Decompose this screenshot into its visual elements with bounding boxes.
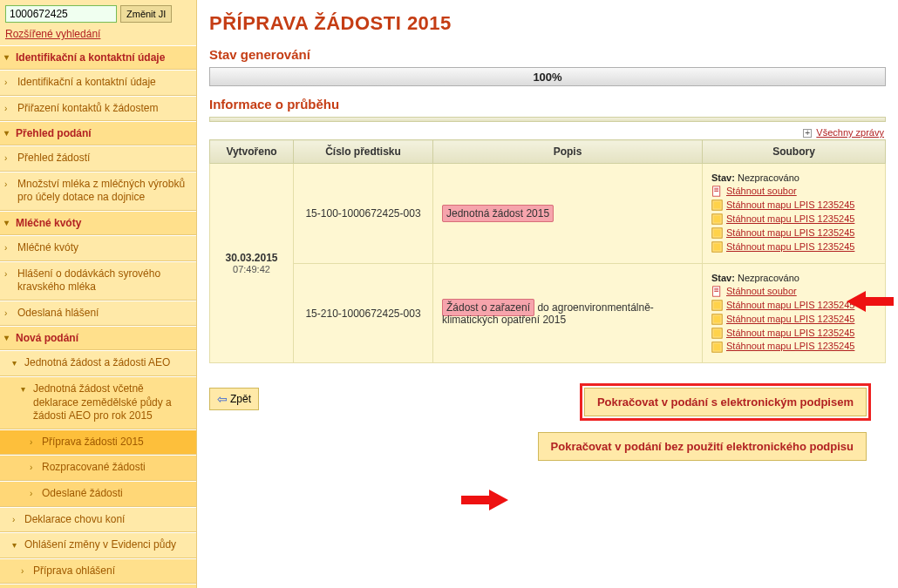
map-icon — [711, 199, 723, 211]
svg-marker-10 — [847, 291, 894, 312]
map-icon — [711, 314, 723, 325]
annotation-arrow-icon — [847, 289, 894, 314]
nav-item-label: Příprava žádosti 2015 — [42, 436, 144, 448]
nav-item-label: Odeslané žádosti — [42, 487, 123, 499]
search-row: Změnit JI — [0, 2, 196, 26]
cell-desc: Jednotná žádost 2015 — [433, 164, 703, 264]
nav-item-jednotna-2015[interactable]: ▾ Jednotná žádost včetně deklarace zeměd… — [0, 376, 196, 429]
status-label: Stav: — [711, 273, 735, 283]
cell-number: 15-210-1000672425-003 — [294, 263, 433, 363]
nav-section-ident[interactable]: ▾ Identifikační a kontaktní údaje — [0, 45, 196, 70]
plus-icon[interactable]: + — [803, 129, 812, 138]
nav-item-odeslane[interactable]: › Odeslané žádosti — [0, 481, 196, 507]
info-strip — [209, 117, 886, 122]
nav-item-label: Rozpracované žádosti — [42, 461, 146, 473]
pdf-icon — [711, 186, 723, 197]
map-icon — [711, 341, 723, 353]
nav-item[interactable]: › Mléčné kvóty — [0, 235, 196, 261]
nav-item-label: Příprava ohlášení — [33, 564, 115, 577]
chevron-right-icon: › — [4, 152, 7, 164]
chevron-right-icon: › — [4, 242, 7, 253]
svg-marker-11 — [461, 490, 508, 510]
col-header-files: Soubory — [703, 140, 886, 164]
progress-table: Vytvořeno Číslo předtisku Popis Soubory … — [209, 139, 886, 363]
col-header-number: Číslo předtisku — [294, 140, 433, 164]
download-map-link[interactable]: Stáhnout mapu LPIS 1235245 — [726, 299, 854, 313]
chevron-down-icon: ▾ — [4, 333, 9, 342]
chevron-right-icon: › — [21, 565, 24, 577]
nav-item[interactable]: › Odeslaná hlášení — [0, 301, 196, 327]
advanced-search-link[interactable]: Rozšířené vyhledání — [0, 26, 196, 45]
download-file-link[interactable]: Stáhnout soubor — [726, 285, 797, 299]
created-time: 07:49:42 — [219, 264, 284, 274]
created-date: 30.03.2015 — [219, 252, 284, 264]
progress-value: 100% — [533, 71, 561, 84]
nav-item[interactable]: › Přehled žádostí — [0, 145, 196, 172]
page-title: PŘÍPRAVA ŽÁDOSTI 2015 — [209, 12, 886, 35]
status-label: Stav: — [711, 172, 735, 183]
table-row: 30.03.2015 07:49:42 15-100-1000672425-00… — [210, 164, 886, 264]
download-map-link[interactable]: Stáhnout mapu LPIS 1235245 — [726, 240, 854, 254]
info-title: Informace o průběhu — [209, 97, 886, 112]
cell-number: 15-100-1000672425-003 — [294, 164, 433, 264]
nav-item-label: Identifikační a kontaktní údaje — [17, 76, 156, 88]
continue-sign-button[interactable]: Pokračovat v podání s elektronickým podp… — [584, 388, 867, 416]
progress-bar: 100% — [209, 67, 886, 86]
nav-section-mlecne[interactable]: ▾ Mléčné kvóty — [0, 211, 196, 235]
nav-section-prehled[interactable]: ▾ Přehled podání — [0, 121, 196, 145]
download-map-link[interactable]: Stáhnout mapu LPIS 1235245 — [726, 327, 854, 341]
chevron-down-icon: ▾ — [12, 539, 17, 551]
nav-item-label: Přehled žádostí — [17, 152, 90, 164]
download-map-link[interactable]: Stáhnout mapu LPIS 1235245 — [726, 213, 854, 226]
cell-created: 30.03.2015 07:49:42 — [210, 164, 294, 363]
nav-item-priprava-2015[interactable]: › Příprava žádosti 2015 — [0, 429, 196, 456]
nav-item-label: Ohlášení změny v Evidenci půdy — [24, 538, 176, 551]
all-news-link[interactable]: Všechny zprávy — [816, 127, 884, 138]
change-ji-button[interactable]: Změnit JI — [120, 5, 172, 23]
back-button-label: Zpět — [230, 393, 251, 405]
download-map-link[interactable]: Stáhnout mapu LPIS 1235245 — [726, 313, 854, 327]
nav-item-priprava-ohlaseni[interactable]: › Příprava ohlášení — [0, 558, 196, 585]
nav-item-rozpracovane[interactable]: › Rozpracované žádosti — [0, 455, 196, 481]
pdf-icon — [711, 286, 723, 297]
download-map-link[interactable]: Stáhnout mapu LPIS 1235245 — [726, 199, 854, 213]
status-value: Nezpracováno — [738, 273, 799, 283]
annotation-arrow-icon — [461, 488, 508, 512]
chevron-right-icon: › — [4, 179, 7, 190]
map-icon — [711, 300, 723, 311]
action-row: ⇦ Zpět Pokračovat v podání s elektronick… — [209, 388, 886, 461]
chevron-down-icon: ▾ — [21, 383, 25, 395]
all-news-row: + Všechny zprávy — [209, 127, 884, 138]
desc-highlight: Jednotná žádost 2015 — [442, 205, 554, 222]
nav-item[interactable]: › Množství mléka z mléčných výrobků pro … — [0, 172, 196, 211]
back-button[interactable]: ⇦ Zpět — [209, 388, 259, 410]
download-file-link[interactable]: Stáhnout soubor — [726, 185, 797, 199]
cell-files: Stav: Nezpracováno Stáhnout soubor Stáhn… — [703, 164, 886, 264]
nav-section-label: Identifikační a kontaktní údaje — [16, 51, 165, 64]
nav-item-jednotna[interactable]: ▾ Jednotná žádost a žádosti AEO — [0, 350, 196, 376]
search-input[interactable] — [5, 5, 117, 23]
status-line: Stav: Nezpracováno — [711, 273, 876, 283]
nav-item[interactable]: › Hlášení o dodávkách syrového kravského… — [0, 261, 196, 301]
sidebar: Změnit JI Rozšířené vyhledání ▾ Identifi… — [0, 0, 197, 588]
status-line: Stav: Nezpracováno — [711, 172, 876, 183]
file-row: Stáhnout soubor — [711, 185, 876, 199]
nav-section-nova[interactable]: ▾ Nová podání — [0, 326, 196, 350]
chevron-right-icon: › — [4, 77, 7, 88]
nav-item-deklarace-koni[interactable]: › Deklarace chovu koní — [0, 507, 196, 533]
continue-nosign-button[interactable]: Pokračovat v podání bez použití elektron… — [538, 432, 867, 461]
map-icon — [711, 241, 723, 253]
map-icon — [711, 213, 723, 225]
arrow-left-icon: ⇦ — [217, 392, 228, 406]
nav-item[interactable]: › Identifikační a kontaktní údaje — [0, 70, 196, 96]
nav-item-label: Jednotná žádost a žádosti AEO — [24, 356, 170, 368]
chevron-down-icon: ▾ — [12, 357, 17, 368]
chevron-right-icon: › — [4, 308, 7, 319]
nav-item-rozpracovane-ohlaseni[interactable]: › Rozpracované ohlášení — [0, 584, 196, 588]
nav-item-ohlaseni[interactable]: ▾ Ohlášení změny v Evidenci půdy — [0, 532, 196, 558]
nav-section-label: Nová podání — [16, 332, 78, 344]
download-map-link[interactable]: Stáhnout mapu LPIS 1235245 — [726, 226, 854, 240]
col-header-created: Vytvořeno — [210, 140, 294, 164]
download-map-link[interactable]: Stáhnout mapu LPIS 1235245 — [726, 340, 854, 354]
nav-item[interactable]: › Přiřazení kontaktů k žádostem — [0, 96, 196, 122]
